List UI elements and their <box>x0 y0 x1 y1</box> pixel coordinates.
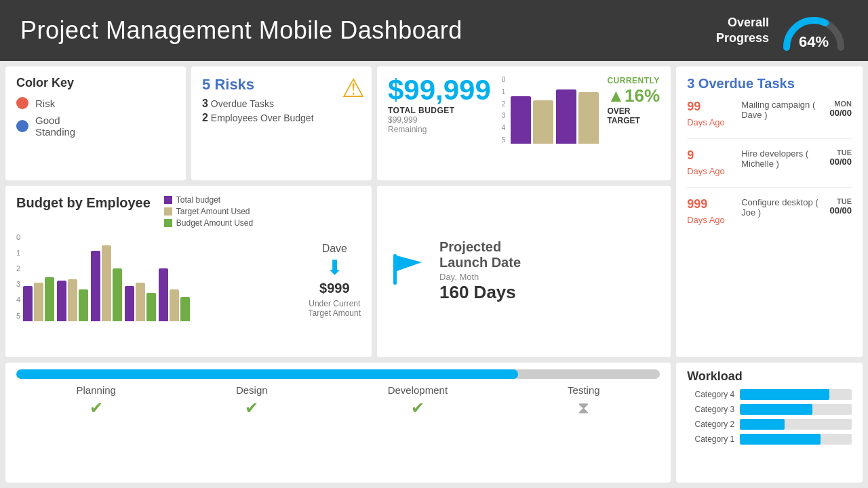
bar-g1 <box>45 277 54 321</box>
overdue-days-3: 999 Days Ago <box>687 197 734 226</box>
legend-dot-green <box>164 219 172 227</box>
bar-t4 <box>136 283 145 321</box>
dave-sub: Under CurrentTarget Amount <box>309 299 361 318</box>
overdue-count: 3 <box>202 98 208 109</box>
mini-yaxis: 543210 <box>502 76 506 144</box>
budget-card: Budget by Employee Total budget Target A… <box>5 186 372 358</box>
legend-dot-tan <box>164 207 172 216</box>
testing-hourglass-icon: ⧗ <box>578 399 589 418</box>
budget-right: 543210 CURRENTLY ▲16% <box>502 76 660 144</box>
projected-title: ProjectedLaunch Date <box>439 239 521 270</box>
stage-testing: Testing ⧗ <box>568 384 600 418</box>
workload-row-3: Category 3 <box>687 404 852 415</box>
workload-bar-track-1 <box>740 434 852 445</box>
mini-bar-group-1 <box>511 96 553 144</box>
mini-bar-group-2 <box>556 89 599 144</box>
color-key-card: Color Key Risk GoodStanding <box>5 66 186 180</box>
budget-header: Budget by Employee Total budget Target A… <box>16 195 361 228</box>
total-budget-card: $99,999 TOTAL BUDGET $99,999Remaining 54… <box>377 66 671 180</box>
due-date-1: MON 00/00 <box>829 100 852 118</box>
overdue-card: 3 Overdue Tasks 99 Days Ago Mailing camp… <box>676 66 863 357</box>
stages: Planning ✔ Design ✔ Development ✔ Testin… <box>16 384 660 418</box>
bar-t3 <box>102 245 111 321</box>
workload-bar-fill-1 <box>740 434 821 445</box>
legend-target: Target Amount Used <box>164 207 253 216</box>
dave-info: Dave ⬇ $999 Under CurrentTarget Amount <box>309 233 361 321</box>
risk-key-item: Risk <box>16 97 175 109</box>
bar-group-3 <box>91 245 122 321</box>
bar-t1 <box>34 283 43 321</box>
bar-g3 <box>113 268 122 321</box>
overdue-item-2: 9 Days Ago Hire developers ( Michelle ) … <box>687 148 852 188</box>
overdue-item-3: 999 Days Ago Configure desktop ( Joe ) T… <box>687 197 852 236</box>
workload-cat4-label: Category 4 <box>687 390 734 399</box>
workload-row-2: Category 2 <box>687 419 852 430</box>
planning-check-icon: ✔ <box>90 399 103 418</box>
due-date-2: TUE 00/00 <box>829 148 852 167</box>
stage-development: Development ✔ <box>388 384 448 418</box>
workload-bar-fill-4 <box>740 389 829 400</box>
risk-label: Risk <box>35 98 55 109</box>
mini-chart: 543210 <box>502 76 599 144</box>
legend-budget-label: Budget Amount Used <box>176 218 253 228</box>
mini-bar-tan-2 <box>578 92 599 144</box>
due-date-3: TUE 00/00 <box>829 197 852 216</box>
risks-label: Risks <box>214 76 254 93</box>
budget-chart-area: 543210 <box>16 233 295 321</box>
left-top-row: Color Key Risk GoodStanding 5 Risks 3 Ov… <box>5 66 372 180</box>
bar-t5 <box>170 289 179 321</box>
workload-bar-track-2 <box>740 419 852 430</box>
overdue-days-1: 99 Days Ago <box>687 100 734 129</box>
bar-group-5 <box>159 268 190 321</box>
workload-cat2-label: Category 2 <box>687 420 734 429</box>
workload-row-1: Category 1 <box>687 434 852 445</box>
stage-planning-label: Planning <box>77 384 116 396</box>
bar-g5 <box>180 297 190 321</box>
currently-label: CURRENTLY <box>607 76 660 85</box>
overdue-item-1: 99 Days Ago Mailing campaign ( Dave ) MO… <box>687 100 852 139</box>
risks-count: 5 <box>202 76 210 93</box>
bar-g4 <box>146 293 156 321</box>
currently-section: CURRENTLY ▲16% OVERTARGET <box>607 76 660 125</box>
good-standing-label: GoodStanding <box>35 115 75 138</box>
page-header: Project Management Mobile Dashboard Over… <box>0 0 868 61</box>
overdue-days-2: 9 Days Ago <box>687 148 734 178</box>
risk-dot <box>16 97 28 109</box>
risks-card: 5 Risks 3 Overdue Tasks 2 Employees Over… <box>191 66 372 180</box>
workload-cat3-label: Category 3 <box>687 405 734 414</box>
over-target-label: OVERTARGET <box>607 106 660 125</box>
stage-testing-label: Testing <box>568 384 600 396</box>
color-key-title: Color Key <box>16 76 175 90</box>
task-name-1: Mailing campaign ( Dave ) <box>741 100 823 120</box>
gauge-value: 64% <box>780 33 848 51</box>
total-budget-amount: $99,999 <box>388 76 491 104</box>
mini-bar-tan-1 <box>533 100 553 144</box>
dev-check-icon: ✔ <box>411 399 425 418</box>
dave-arrow-icon: ⬇ <box>326 258 343 278</box>
projected-sub: Day, Moth <box>439 272 521 282</box>
bar-t2 <box>68 279 77 321</box>
legend-target-label: Target Amount Used <box>176 207 250 216</box>
budget-over-label: Employees Over Budget <box>211 113 314 123</box>
progress-row: Planning ✔ Design ✔ Development ✔ Testin… <box>5 363 671 483</box>
overall-progress-label: OverallProgress <box>716 15 769 47</box>
flag-icon <box>388 247 429 296</box>
overall-progress-section: OverallProgress 64% <box>716 10 848 51</box>
workload-bar-track-4 <box>740 389 852 400</box>
progress-bar-fill <box>16 369 518 379</box>
workload-title: Workload <box>687 369 852 384</box>
risks-title: 5 Risks <box>202 76 361 94</box>
warning-icon: ⚠ <box>342 73 365 103</box>
dave-name: Dave <box>322 243 347 255</box>
legend-budget: Budget Amount Used <box>164 218 253 228</box>
projected-days: 160 Days <box>439 282 521 303</box>
overdue-label: Overdue Tasks <box>211 98 274 109</box>
risks-overdue-row: 3 Overdue Tasks <box>202 98 361 110</box>
risks-budget-row: 2 Employees Over Budget <box>202 112 361 124</box>
budget-top-row: $99,999 TOTAL BUDGET $99,999Remaining 54… <box>388 76 660 144</box>
budget-content: 543210 <box>16 233 361 321</box>
overdue-title-text: Overdue Tasks <box>698 76 795 91</box>
flag-svg <box>388 247 429 288</box>
mini-bar-purple-2 <box>556 89 576 144</box>
overdue-title: 3 Overdue Tasks <box>687 76 852 92</box>
